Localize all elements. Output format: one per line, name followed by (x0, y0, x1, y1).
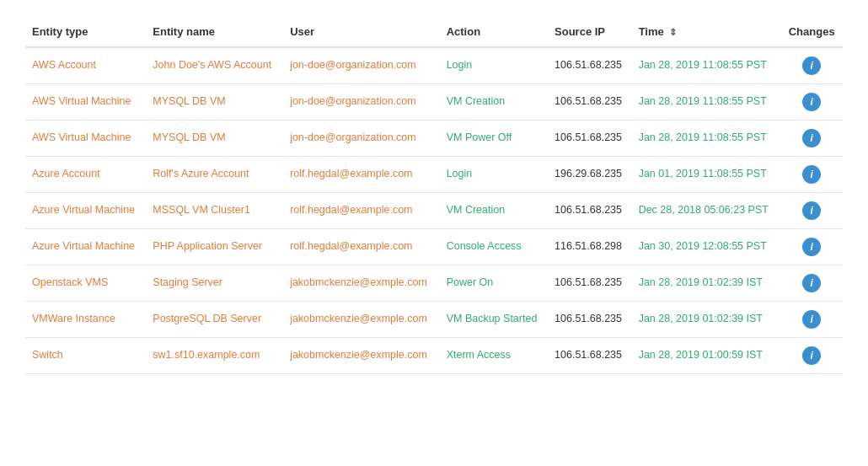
sort-icon: ⇕ (669, 27, 677, 38)
col-source-ip: Source IP (548, 17, 632, 47)
cell-source-ip: 116.51.68.298 (548, 229, 632, 265)
cell-time: Jan 28, 2019 11:08:55 PST (632, 84, 781, 121)
cell-changes: i (780, 265, 843, 302)
cell-source-ip: 196.29.68.235 (548, 157, 632, 193)
cell-action: VM Creation (440, 193, 548, 229)
col-action: Action (440, 17, 548, 47)
cell-user: jakobmckenzie@exmple.com (283, 302, 440, 338)
cell-entity-name: Rolf's Azure Account (146, 157, 283, 193)
cell-time: Jan 28, 2019 01:00:59 IST (632, 338, 781, 374)
cell-entity-name: MYSQL DB VM (146, 84, 283, 121)
cell-action: VM Creation (440, 84, 548, 121)
cell-action: VM Backup Started (440, 302, 548, 338)
table-row: AWS Virtual Machine MYSQL DB VM jon-doe@… (25, 121, 843, 157)
info-button[interactable]: i (802, 346, 821, 365)
cell-time: Jan 28, 2019 01:02:39 IST (632, 265, 781, 302)
cell-entity-name: Staging Server (146, 265, 283, 302)
cell-entity-type: Azure Account (25, 157, 146, 193)
cell-entity-name: MYSQL DB VM (146, 121, 283, 157)
cell-user: jon-doe@organization.com (283, 84, 440, 121)
table-row: AWS Account John Doe's AWS Account jon-d… (25, 47, 843, 84)
cell-source-ip: 106.51.68.235 (548, 47, 632, 84)
col-entity-name: Entity name (146, 17, 283, 47)
cell-changes: i (780, 84, 843, 121)
cell-entity-type: AWS Virtual Machine (25, 84, 146, 121)
info-button[interactable]: i (802, 56, 821, 75)
cell-time: Jan 28, 2019 11:08:55 PST (632, 121, 781, 157)
cell-changes: i (780, 338, 843, 374)
cell-entity-type: Openstack VMS (25, 265, 146, 302)
col-entity-type: Entity type (25, 17, 146, 47)
table-row: Switch sw1.sf10.example.com jakobmckenzi… (25, 338, 843, 374)
info-button[interactable]: i (802, 238, 821, 256)
info-button[interactable]: i (802, 310, 821, 329)
cell-changes: i (780, 121, 843, 157)
cell-source-ip: 106.51.68.235 (548, 302, 632, 338)
cell-entity-name: sw1.sf10.example.com (146, 338, 283, 374)
table-header: Entity type Entity name User Action Sour… (25, 17, 843, 47)
cell-time: Dec 28, 2018 05:06:23 PST (632, 193, 781, 229)
cell-source-ip: 106.51.68.235 (548, 84, 632, 121)
cell-changes: i (780, 47, 843, 84)
audit-log-table: Entity type Entity name User Action Sour… (25, 17, 843, 374)
cell-entity-type: Switch (25, 338, 146, 374)
cell-entity-name: PostgreSQL DB Server (146, 302, 283, 338)
cell-time: Jan 30, 2019 12:08:55 PST (632, 229, 781, 265)
table-row: Azure Account Rolf's Azure Account rolf.… (25, 157, 843, 193)
cell-user: jon-doe@organization.com (283, 121, 440, 157)
cell-entity-type: Azure Virtual Machine (25, 193, 146, 229)
info-button[interactable]: i (802, 165, 821, 184)
col-time[interactable]: Time ⇕ (632, 17, 781, 47)
info-button[interactable]: i (802, 274, 821, 292)
table-row: Openstack VMS Staging Server jakobmckenz… (25, 265, 843, 302)
cell-user: jon-doe@organization.com (283, 47, 440, 84)
cell-source-ip: 106.51.68.235 (548, 193, 632, 229)
cell-action: VM Power Off (440, 121, 548, 157)
cell-time: Jan 28, 2019 11:08:55 PST (632, 47, 781, 84)
cell-changes: i (780, 157, 843, 193)
table-body: AWS Account John Doe's AWS Account jon-d… (25, 47, 843, 374)
cell-source-ip: 106.51.68.235 (548, 265, 632, 302)
cell-entity-name: PHP Application Server (146, 229, 283, 265)
cell-action: Login (440, 47, 548, 84)
cell-user: rolf.hegdal@example.com (283, 157, 440, 193)
header-row: Entity type Entity name User Action Sour… (25, 17, 843, 47)
cell-time: Jan 01, 2019 11:08:55 PST (632, 157, 781, 193)
cell-action: Xterm Access (440, 338, 548, 374)
cell-entity-name: John Doe's AWS Account (146, 47, 283, 84)
cell-entity-type: Azure Virtual Machine (25, 229, 146, 265)
cell-entity-name: MSSQL VM Cluster1 (146, 193, 283, 229)
info-button[interactable]: i (802, 93, 821, 111)
cell-action: Console Access (440, 229, 548, 265)
cell-changes: i (780, 302, 843, 338)
info-button[interactable]: i (802, 201, 821, 220)
cell-changes: i (780, 193, 843, 229)
cell-time: Jan 28, 2019 01:02:39 IST (632, 302, 781, 338)
cell-user: rolf.hegdal@example.com (283, 193, 440, 229)
cell-user: jakobmckenzie@exmple.com (283, 338, 440, 374)
cell-source-ip: 106.51.68.235 (548, 338, 632, 374)
cell-entity-type: VMWare Instance (25, 302, 146, 338)
col-changes: Changes (780, 17, 843, 47)
cell-user: rolf.hegdal@example.com (283, 229, 440, 265)
cell-entity-type: AWS Virtual Machine (25, 121, 146, 157)
cell-user: jakobmckenzie@exmple.com (283, 265, 440, 302)
col-user: User (283, 17, 440, 47)
table-row: AWS Virtual Machine MYSQL DB VM jon-doe@… (25, 84, 843, 121)
cell-action: Login (440, 157, 548, 193)
cell-entity-type: AWS Account (25, 47, 146, 84)
cell-action: Power On (440, 265, 548, 302)
table-row: VMWare Instance PostgreSQL DB Server jak… (25, 302, 843, 338)
info-button[interactable]: i (802, 129, 821, 147)
cell-source-ip: 106.51.68.235 (548, 121, 632, 157)
cell-changes: i (780, 229, 843, 265)
table-row: Azure Virtual Machine PHP Application Se… (25, 229, 843, 265)
table-row: Azure Virtual Machine MSSQL VM Cluster1 … (25, 193, 843, 229)
